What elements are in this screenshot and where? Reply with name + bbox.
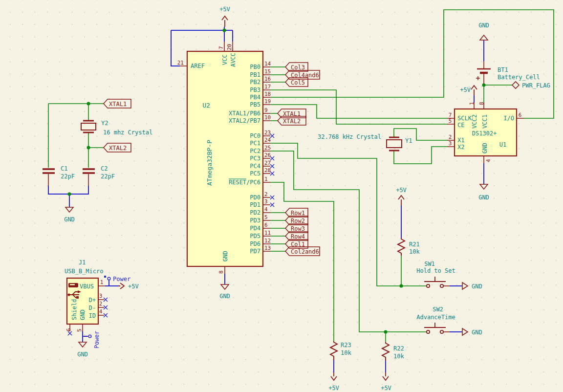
usb-connector-icon [68, 283, 78, 287]
net-label-power-top[interactable]: Power [104, 276, 130, 283]
resistor-icon [382, 342, 389, 361]
gnd-icon [480, 184, 488, 189]
j1-pin-gnd-num: 5 [76, 328, 83, 332]
u1-pin-x2-num: 3 [449, 140, 452, 147]
u1-pin-vcc2-num: 1 [469, 102, 475, 105]
pin-name: RESET/PC6 [229, 179, 260, 186]
gnd-label: GND [472, 329, 482, 336]
j1-ref: J1 [79, 259, 86, 266]
u2-value: ATmega32BP-P [206, 140, 213, 186]
net-wires[interactable] [48, 10, 554, 342]
r22-ref: R22 [393, 345, 404, 352]
u2-pin-vcc-num: 7 [218, 46, 224, 49]
net-label-power-bottom[interactable]: Power [88, 331, 100, 348]
global-label-row4: Row4 [291, 233, 305, 240]
u1-value: DS1302+ [472, 130, 497, 137]
gnd-label: GND [219, 293, 230, 300]
j1-pin-shield-name: Shield [71, 299, 78, 320]
pin-name: XTAL2/PB7 [229, 117, 260, 124]
pin-name: PC5 [250, 170, 260, 177]
wire-green[interactable] [48, 10, 554, 342]
component-c1[interactable]: C1 22pF [43, 165, 75, 180]
pin-num: 13 [264, 245, 271, 251]
bt1-value: Battery_Cell [498, 74, 540, 81]
u1-pin-io-num: 6 [519, 112, 522, 118]
component-c2[interactable]: C2 22pF [83, 165, 115, 180]
u1-pin-x2-name: X2 [457, 144, 464, 151]
j1-pin-dminus-name: D- [89, 305, 96, 311]
r23-ref: R23 [341, 342, 351, 348]
gnd-icon [221, 284, 229, 289]
r22-value: 10k [393, 353, 404, 360]
u2-right-pin-numbers: 14 15 16 17 18 19 9 10 23 24 25 26 27 28… [264, 61, 271, 251]
gnd-icon [79, 342, 87, 347]
u2-pin-aref-num: 21 [177, 60, 184, 66]
u2-pin-avcc-num: 20 [226, 44, 233, 50]
pin-name: PD3 [250, 217, 260, 224]
global-label-xtal2-mcu: XTAL2 [283, 118, 301, 125]
p5v-label: +5V [460, 87, 471, 93]
global-label-xtal1: XTAL1 [109, 101, 127, 108]
c1-value: 22pF [61, 173, 75, 180]
u1-pin-gnd-name: GND [481, 143, 488, 153]
component-u2-mcu[interactable]: U2 ATmega32BP-P AREF 21 VCC 7 AVCC 20 GN… [177, 44, 271, 274]
pin-num: 23 [264, 130, 271, 136]
component-j1-usb[interactable]: J1 USB_B_Micro VBUS D+ D- ID Shield GND … [65, 259, 103, 332]
pin-num: 18 [264, 91, 271, 97]
component-sw1[interactable]: SW1 Hold to Set [416, 261, 455, 287]
component-bt1-battery[interactable]: BT1 Battery_Cell [476, 66, 540, 81]
sw1-value: Hold to Set [416, 267, 455, 274]
pwr-flag[interactable]: PWR_FLAG [512, 82, 550, 89]
y2-value: 16 mhz Crystal [103, 129, 152, 136]
pin-num: 25 [264, 145, 271, 151]
j1-pin-shield-num: 6 [65, 328, 72, 331]
j1-pin-gnd-name: GND [79, 309, 86, 320]
u1-ref: U1 [499, 141, 506, 148]
pin-num: 26 [264, 152, 271, 158]
global-label-row3: Row3 [291, 225, 305, 232]
p5v-label: +5V [396, 187, 407, 194]
j1-pin-dplus-name: D+ [89, 297, 96, 304]
component-sw2[interactable]: SW2 AdvanceTime [416, 306, 455, 333]
component-u1-rtc[interactable]: DS1302+ U1 SCLK CE X1 X2 I/O VCC2 VCC1 G… [449, 102, 522, 162]
pin-name: PD6 [250, 240, 260, 247]
u1-pin-vcc1-num: 8 [478, 102, 485, 105]
c1-ref: C1 [61, 165, 67, 172]
pin-num: 28 [264, 167, 271, 174]
u2-pin-gnd-name: GND [222, 251, 229, 261]
component-r21[interactable]: R21 10k [398, 238, 420, 256]
u1-pin-gnd-num: 4 [485, 159, 492, 162]
pin-num: 9 [264, 107, 268, 113]
gnd-label: GND [64, 216, 75, 223]
pin-name: PC2 [250, 148, 260, 154]
u2-pin-aref-name: AREF [191, 63, 205, 69]
gnd-icon [480, 35, 488, 40]
pin-name: PC3 [250, 155, 260, 162]
c2-ref: C2 [101, 165, 108, 172]
u2-pin-gnd-num: 8 [218, 270, 224, 274]
pin-num: 11 [264, 230, 271, 236]
pin-num: 2 [264, 191, 268, 197]
u2-pin-vcc-name: VCC [221, 54, 228, 65]
pin-num: 19 [264, 98, 271, 105]
component-y2-crystal[interactable]: Y2 16 mhz Crystal [81, 120, 152, 136]
pin-num: 15 [264, 68, 271, 75]
global-label-col3: Col3 [291, 64, 305, 71]
p5v-icon [398, 196, 404, 205]
gnd-label: GND [478, 22, 489, 29]
pin-name: PD4 [250, 225, 260, 232]
pin-name: PD2 [250, 209, 260, 216]
gnd-label: GND [478, 194, 489, 201]
component-r22[interactable]: R22 10k [382, 342, 404, 361]
pwr-flag-label: PWR_FLAG [522, 82, 550, 89]
u1-pin-ce-name: CE [457, 122, 464, 129]
j1-pin-vbus-num: 1 [100, 279, 104, 285]
component-r23[interactable]: R23 10k [330, 341, 351, 360]
pin-num: 1 [264, 176, 268, 182]
j1-pin-id-num: 4 [99, 308, 103, 315]
y1-value: 32.768 kHz Crystal [318, 133, 381, 140]
schematic-canvas[interactable]: U2 ATmega32BP-P AREF 21 VCC 7 AVCC 20 GN… [0, 0, 563, 392]
pin-name: PB1 [250, 71, 260, 78]
open-end-icon [108, 277, 110, 280]
component-y1-crystal[interactable]: Y1 32.768 kHz Crystal [318, 133, 412, 151]
